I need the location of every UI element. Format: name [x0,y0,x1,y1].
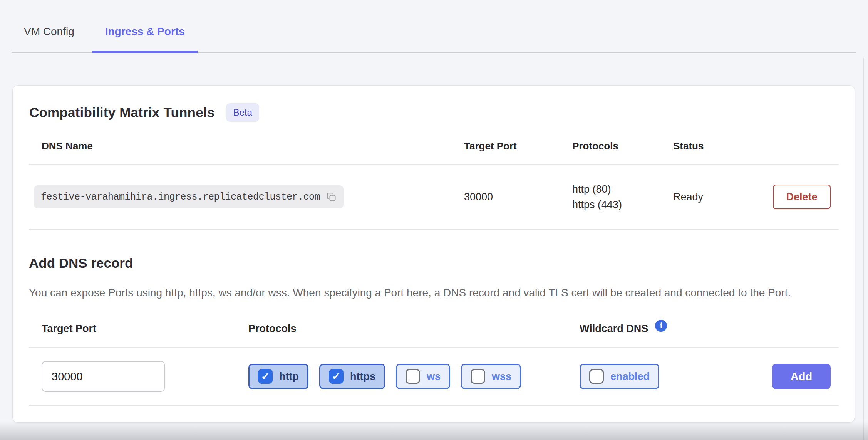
add-dns-description: You can expose Ports using http, https, … [29,285,832,301]
bottom-shadow [0,422,868,440]
delete-button[interactable]: Delete [773,185,831,209]
header-target-port: Target Port [464,140,572,152]
dns-name-pill: festive-varahamihira.ingress.replicatedc… [34,185,344,208]
tab-bar: VM Config Ingress & Ports [0,0,868,53]
checkbox-wss-label: wss [492,371,511,383]
label-wildcard-dns: Wildcard DNS [580,323,648,335]
checkbox-http-label: http [279,371,299,383]
checkbox-https[interactable]: ✓ https [319,364,385,389]
check-icon: ✓ [329,369,344,384]
scrollbar-track[interactable] [863,58,864,440]
tunnels-card: Compatibility Matrix Tunnels Beta DNS Na… [13,86,855,422]
checkbox-wss[interactable]: ✓ wss [461,364,521,389]
card-title-row: Compatibility Matrix Tunnels Beta [29,103,839,122]
header-protocols: Protocols [572,140,673,152]
header-status: Status [673,140,762,152]
add-dns-heading: Add DNS record [29,255,839,271]
checkbox-wildcard-enabled[interactable]: ✓ enabled [580,364,659,389]
beta-badge: Beta [226,103,259,122]
check-icon: ✓ [589,369,604,384]
checkbox-enabled-label: enabled [610,371,650,383]
checkbox-ws[interactable]: ✓ ws [396,364,450,389]
header-dns-name: DNS Name [29,140,464,152]
check-icon: ✓ [406,369,420,384]
check-icon: ✓ [258,369,273,384]
tab-ingress-ports[interactable]: Ingress & Ports [92,25,198,52]
page-title: Compatibility Matrix Tunnels [29,105,214,120]
label-target-port: Target Port [29,323,248,335]
cell-target-port: 30000 [464,191,572,203]
protocol-line: http (80) [572,181,673,197]
status-badge: Ready [673,191,762,203]
checkbox-https-label: https [350,371,375,383]
table-header-row: DNS Name Target Port Protocols Status [29,140,839,165]
form-controls-row: ✓ http ✓ https ✓ ws ✓ wss ✓ [29,348,839,406]
label-protocols: Protocols [248,323,580,335]
checkbox-ws-label: ws [427,371,441,383]
protocol-checkbox-group: ✓ http ✓ https ✓ ws ✓ wss [248,364,580,389]
dns-name-value: festive-varahamihira.ingress.replicatedc… [41,191,320,203]
protocol-line: https (443) [572,197,673,212]
copy-icon[interactable] [326,191,337,203]
checkbox-http[interactable]: ✓ http [248,364,308,389]
tab-vm-config[interactable]: VM Config [24,25,74,52]
form-labels-row: Target Port Protocols Wildcard DNS i [29,323,839,348]
cell-protocols: http (80) https (443) [572,181,673,212]
check-icon: ✓ [471,369,485,384]
target-port-input[interactable] [42,361,165,392]
add-button[interactable]: Add [772,364,831,389]
info-icon[interactable]: i [655,320,667,332]
table-row: festive-varahamihira.ingress.replicatedc… [29,165,839,230]
